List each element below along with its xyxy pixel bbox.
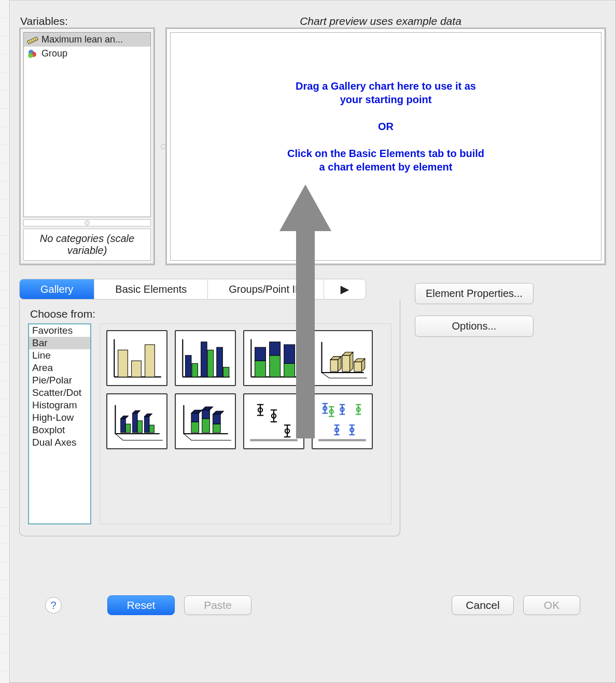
chart-type-list[interactable]: Favorites Bar Line Area Pie/Polar Scatte… — [28, 323, 91, 524]
thumb-bar-simple[interactable] — [106, 330, 167, 386]
chart-builder-dialog: Variables: Chart preview uses example da… — [9, 0, 616, 683]
svg-rect-11 — [132, 361, 142, 377]
svg-rect-16 — [192, 363, 198, 377]
variables-list[interactable]: Maximum lean an... Group — [23, 32, 151, 217]
tab-strip: Gallery Basic Elements Groups/Point ID ▶ — [19, 279, 400, 300]
preview-canvas[interactable]: Drag a Gallery chart here to use it as y… — [170, 32, 601, 261]
cancel-button[interactable]: Cancel — [452, 595, 514, 615]
svg-rect-24 — [255, 347, 266, 361]
svg-rect-27 — [284, 363, 295, 377]
element-properties-button[interactable]: Element Properties... — [415, 283, 534, 304]
variables-panel: Maximum lean an... Group No categories (… — [19, 27, 155, 265]
svg-rect-40 — [133, 413, 137, 432]
svg-marker-54 — [202, 407, 213, 410]
svg-rect-26 — [270, 342, 281, 355]
variable-label: Group — [41, 48, 67, 59]
thumb-bar-3d-stacked[interactable] — [175, 393, 236, 449]
preview-instructions: Drag a Gallery chart here to use it as y… — [171, 79, 601, 187]
svg-rect-18 — [207, 350, 213, 377]
svg-marker-35 — [354, 362, 362, 372]
svg-rect-43 — [149, 425, 154, 433]
triangle-right-icon: ▶ — [341, 283, 348, 295]
help-button[interactable]: ? — [45, 597, 62, 614]
svg-rect-48 — [191, 413, 199, 422]
thumb-bar-3d[interactable] — [312, 330, 373, 386]
svg-rect-28 — [284, 345, 295, 363]
tab-gallery[interactable]: Gallery — [20, 279, 94, 299]
variables-splitter[interactable] — [23, 219, 151, 226]
variable-item[interactable]: Group — [24, 47, 150, 61]
svg-rect-20 — [223, 367, 229, 377]
tab-basic-elements[interactable]: Basic Elements — [94, 279, 208, 299]
svg-rect-47 — [191, 422, 199, 433]
chart-type-area[interactable]: Area — [29, 362, 90, 374]
svg-marker-44 — [121, 416, 129, 419]
svg-marker-53 — [191, 410, 202, 413]
thumb-error-bar-grouped[interactable] — [312, 393, 373, 449]
svg-marker-46 — [145, 414, 152, 416]
variables-heading: Variables: — [20, 15, 156, 27]
thumb-error-bar[interactable] — [243, 393, 304, 449]
svg-rect-23 — [255, 361, 266, 377]
svg-point-7 — [28, 53, 33, 58]
chart-type-histogram[interactable]: Histogram — [29, 399, 90, 411]
svg-rect-52 — [213, 414, 221, 424]
chart-type-high-low[interactable]: High-Low — [29, 411, 90, 424]
svg-marker-32 — [342, 355, 350, 372]
preview-panel: Drag a Gallery chart here to use it as y… — [165, 27, 606, 265]
chart-type-dual-axes[interactable]: Dual Axes — [29, 436, 90, 449]
svg-rect-56 — [250, 439, 298, 441]
panel-splitter[interactable] — [161, 144, 166, 149]
variable-label: Maximum lean an... — [41, 34, 123, 45]
variables-footer: No categories (scale variable) — [23, 229, 151, 261]
svg-rect-69 — [318, 439, 366, 441]
svg-rect-12 — [145, 345, 155, 377]
variable-item[interactable]: Maximum lean an... — [24, 33, 150, 47]
gallery-panel: Choose from: Favorites Bar Line Area Pie… — [19, 300, 400, 536]
svg-rect-19 — [217, 347, 222, 377]
chart-type-line[interactable]: Line — [29, 349, 90, 362]
paste-button[interactable]: Paste — [184, 595, 251, 615]
svg-rect-42 — [145, 417, 149, 433]
svg-rect-50 — [202, 410, 210, 419]
svg-marker-55 — [213, 411, 224, 414]
svg-rect-39 — [125, 424, 130, 433]
chart-type-scatter-dot[interactable]: Scatter/Dot — [29, 387, 90, 399]
svg-rect-49 — [202, 419, 210, 433]
thumb-bar-3d-clustered[interactable] — [106, 393, 167, 449]
chart-type-bar[interactable]: Bar — [29, 337, 90, 349]
options-button[interactable]: Options... — [415, 316, 534, 337]
svg-rect-41 — [137, 421, 142, 433]
svg-rect-10 — [118, 350, 128, 377]
dialog-button-row: ? Reset Paste Cancel OK — [19, 595, 606, 615]
chart-type-favorites[interactable]: Favorites — [29, 324, 90, 337]
svg-rect-25 — [270, 355, 281, 377]
nominal-icon — [27, 49, 38, 59]
thumb-bar-clustered[interactable] — [175, 330, 236, 386]
svg-marker-34 — [350, 352, 353, 372]
tab-groups-point-id[interactable]: Groups/Point ID — [208, 279, 324, 299]
chart-type-pie-polar[interactable]: Pie/Polar — [29, 374, 90, 387]
chart-type-boxplot[interactable]: Boxplot — [29, 424, 90, 436]
svg-marker-45 — [133, 410, 141, 413]
svg-rect-17 — [201, 342, 207, 377]
reset-button[interactable]: Reset — [107, 595, 175, 615]
svg-rect-51 — [213, 424, 221, 433]
thumbnail-area — [100, 323, 391, 524]
svg-rect-38 — [121, 419, 125, 433]
thumb-bar-stacked[interactable] — [243, 330, 304, 386]
svg-rect-0 — [27, 37, 38, 44]
choose-from-label: Choose from: — [30, 308, 391, 320]
tab-overflow[interactable]: ▶ — [324, 279, 366, 299]
ok-button[interactable]: OK — [523, 595, 580, 615]
help-icon: ? — [50, 600, 56, 611]
ruler-icon — [27, 35, 38, 45]
svg-marker-29 — [330, 360, 338, 372]
svg-rect-15 — [186, 355, 191, 377]
preview-heading: Chart preview uses example data — [156, 15, 605, 27]
